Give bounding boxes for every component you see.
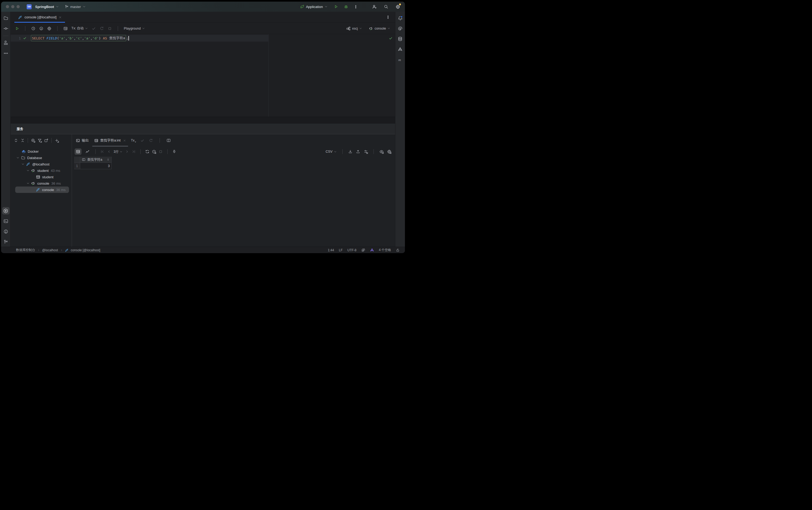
encoding-widget[interactable]: UTF-8 <box>347 248 356 252</box>
editor-tab-console[interactable]: console [@localhost] <box>14 12 65 23</box>
minimize-window-button[interactable] <box>11 5 14 8</box>
close-tab-icon[interactable] <box>59 16 62 19</box>
debug-button[interactable] <box>343 3 350 10</box>
tx-mode-dropdown[interactable]: Tx: 自动 <box>71 26 88 31</box>
column-header-cell[interactable]: 查找字符a <box>80 157 112 163</box>
tx-toggle[interactable]: Tx <box>131 139 136 142</box>
page-size-dropdown[interactable]: 1行 <box>114 149 122 154</box>
rollback-icon[interactable] <box>149 139 153 143</box>
playground-dropdown[interactable]: Playground <box>124 27 145 30</box>
rollback-icon[interactable] <box>99 26 104 31</box>
services-panel-header[interactable]: 服务 <box>11 124 395 134</box>
indent-widget[interactable]: 4 个空格 <box>379 248 391 252</box>
line-separator-widget[interactable]: LF <box>339 248 343 252</box>
compare-data-icon[interactable] <box>364 149 368 154</box>
breadcrumb-item[interactable]: 数据库控制台 <box>16 248 35 252</box>
chevron-down-icon[interactable] <box>26 169 30 172</box>
row-number-header-cell[interactable] <box>74 157 80 163</box>
chevron-down-icon[interactable] <box>16 156 20 159</box>
import-data-icon[interactable] <box>348 149 352 154</box>
vcs-branch-widget[interactable]: master <box>65 5 86 9</box>
previous-page-icon[interactable] <box>107 149 111 154</box>
settings-button[interactable] <box>394 3 401 10</box>
parameters-icon[interactable] <box>39 26 44 31</box>
chart-view-button[interactable] <box>84 148 91 155</box>
more-run-actions-button[interactable] <box>352 3 359 10</box>
table-view-button[interactable] <box>75 148 82 155</box>
sidebar-item-ai-assistant[interactable] <box>397 25 404 32</box>
breadcrumb-item[interactable]: @localhost <box>42 248 58 252</box>
sidebar-item-git[interactable] <box>2 238 9 246</box>
zoom-window-button[interactable] <box>17 5 20 8</box>
chevron-down-icon[interactable] <box>21 163 25 166</box>
project-widget[interactable]: SB SpringBoot <box>27 4 59 9</box>
run-button[interactable] <box>332 3 339 10</box>
pin-tab-icon[interactable] <box>172 149 176 154</box>
gear-icon[interactable] <box>47 26 51 31</box>
session-dropdown[interactable]: console <box>369 26 390 31</box>
sql-editor[interactable]: 1 SELECT FIELD('a','b','c','a','d') AS 查… <box>11 34 395 117</box>
sidebar-item-more-tools[interactable] <box>2 50 9 57</box>
schema-dropdown[interactable]: xscj <box>346 26 362 31</box>
row-number-cell[interactable]: 1 <box>74 163 80 169</box>
editor-line[interactable]: SELECT FIELD('a','b','c','a','d') AS 查找字… <box>31 35 129 41</box>
tab-output[interactable]: 输出 <box>76 134 89 146</box>
history-icon[interactable] <box>31 26 35 31</box>
chevron-down-icon[interactable] <box>26 182 30 185</box>
tree-item-console-session[interactable]: console 36 ms <box>11 180 72 187</box>
close-tab-icon[interactable] <box>123 139 126 142</box>
sidebar-item-maven[interactable] <box>397 56 404 63</box>
grid-settings-gear-icon[interactable] <box>387 149 392 154</box>
export-data-icon[interactable] <box>356 149 360 154</box>
ai-disabled-icon[interactable] <box>361 248 365 252</box>
close-window-button[interactable] <box>6 5 9 8</box>
sidebar-item-build-tool[interactable] <box>397 46 404 53</box>
stop-icon[interactable] <box>158 149 163 154</box>
add-service-icon[interactable] <box>55 138 59 143</box>
table-icon[interactable] <box>63 26 68 31</box>
view-options-icon[interactable] <box>31 138 35 143</box>
sql-statement[interactable]: SELECT FIELD('a','b','c','a','d') AS 查找字… <box>31 35 126 41</box>
next-page-icon[interactable] <box>125 149 129 154</box>
expand-all-icon[interactable] <box>14 138 18 143</box>
sidebar-item-problems[interactable] <box>2 228 9 235</box>
caret-position-widget[interactable]: 1:44 <box>328 248 334 252</box>
stop-icon[interactable] <box>108 26 112 31</box>
refresh-icon[interactable] <box>145 149 149 154</box>
tree-item-docker[interactable]: Docker <box>11 148 72 154</box>
filter-icon[interactable] <box>37 138 42 143</box>
code-with-me-button[interactable] <box>371 3 378 10</box>
plugin-knot-icon[interactable] <box>370 248 374 252</box>
breadcrumb-item[interactable]: console [@localhost] <box>71 248 100 252</box>
inspections-ok-icon[interactable] <box>389 36 393 40</box>
auto-refresh-icon[interactable] <box>152 149 156 154</box>
tree-item-student-session[interactable]: student 43 ms <box>11 167 72 174</box>
search-everywhere-button[interactable] <box>382 3 389 10</box>
tab-options-button[interactable] <box>384 14 392 21</box>
tab-result[interactable]: 查找字符a:int <box>94 134 126 146</box>
commit-check-icon[interactable] <box>140 139 144 143</box>
sidebar-item-commit[interactable] <box>2 25 9 32</box>
execute-button[interactable] <box>15 26 19 31</box>
view-options-eye-icon[interactable] <box>379 149 384 154</box>
sidebar-item-notifications[interactable] <box>397 15 404 22</box>
sidebar-item-terminal[interactable] <box>2 218 9 225</box>
first-page-icon[interactable] <box>100 149 105 154</box>
tree-item-localhost[interactable]: @localhost <box>11 161 72 167</box>
last-page-icon[interactable] <box>132 149 136 154</box>
sort-icon[interactable] <box>107 158 110 161</box>
open-in-new-window-icon[interactable] <box>44 138 49 143</box>
sidebar-item-database[interactable] <box>397 35 404 42</box>
tree-item-database[interactable]: Database <box>11 154 72 161</box>
collapse-all-icon[interactable] <box>21 138 25 143</box>
sidebar-item-project[interactable] <box>2 15 9 22</box>
sidebar-item-services[interactable] <box>2 207 9 215</box>
commit-check-icon[interactable] <box>92 26 96 31</box>
value-cell[interactable]: 3 <box>80 163 112 169</box>
run-configuration-widget[interactable]: Application <box>300 4 328 9</box>
unlock-icon[interactable] <box>396 248 400 252</box>
tree-item-console-file[interactable]: console 36 ms <box>11 187 72 193</box>
tree-item-student-table[interactable]: student <box>11 174 72 180</box>
sidebar-item-structure[interactable] <box>2 39 9 47</box>
window-controls[interactable] <box>6 5 20 8</box>
